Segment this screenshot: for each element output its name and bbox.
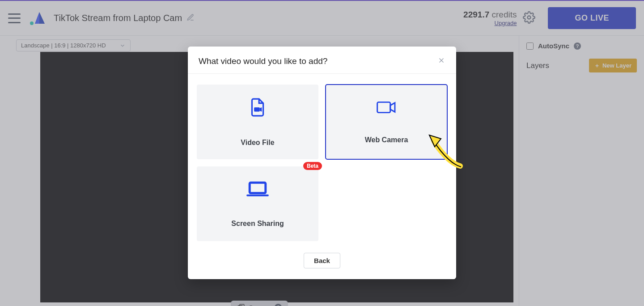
svg-marker-11 (390, 102, 395, 111)
screen-sharing-icon (246, 180, 269, 200)
card-web-camera-label: Web Camera (365, 136, 408, 144)
web-camera-icon (377, 100, 396, 116)
card-video-file-label: Video File (241, 139, 274, 147)
card-video-file[interactable]: Video File (197, 85, 318, 159)
modal-title: What video would you like to add? (199, 56, 327, 66)
svg-rect-13 (251, 183, 265, 191)
card-screen-sharing[interactable]: Beta Screen Sharing (197, 166, 318, 241)
card-web-camera[interactable]: Web Camera (326, 85, 447, 159)
back-button[interactable]: Back (304, 253, 340, 268)
beta-badge: Beta (303, 162, 322, 170)
add-video-modal: What video would you like to add? Video … (188, 47, 456, 279)
svg-rect-8 (254, 107, 260, 111)
svg-rect-10 (377, 102, 390, 112)
svg-marker-9 (260, 107, 262, 111)
video-file-icon (249, 98, 266, 119)
modal-close-icon[interactable] (437, 56, 445, 66)
card-screen-sharing-label: Screen Sharing (231, 220, 284, 228)
